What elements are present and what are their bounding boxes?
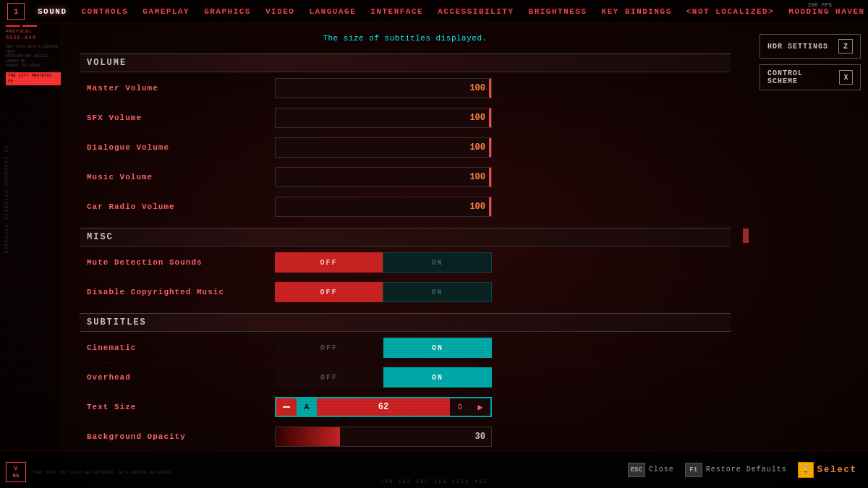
bg-opacity-label: Background Opacity [87,432,275,441]
subtitles-section: Subtitles Cinematic OFF ON Overhead OFF … [80,313,731,448]
bg-opacity-row: Background Opacity 30 [80,422,731,448]
nav-item-language[interactable]: LANGUAGE [302,7,363,16]
sfx-volume-control[interactable]: 100 [275,108,492,128]
nav-item-keybindings[interactable]: KEY BINDINGS [595,7,679,16]
nav-item-notlocalized[interactable]: <NOT LOCALIZED> [679,7,782,16]
restore-defaults-button[interactable]: F1 Restore Defaults [685,463,787,477]
text-size-increment-btn[interactable]: ▶ [470,398,490,416]
right-edge-decoration [743,228,749,243]
nav-item-accessibility[interactable]: ACCESSIBILITY [430,7,521,16]
text-size-a-button[interactable]: A [297,398,317,416]
master-volume-label: Master Volume [87,84,275,93]
volume-section: Volume Master Volume 100 SFX Volume 100 … [80,53,731,222]
bottom-tiny-text: THEY SAID YOU COULD BE ANYTHING, SO I BE… [33,470,177,475]
text-size-control[interactable]: A 62 D ▶ [275,397,492,417]
fps-display: 296 FPS [807,1,832,8]
control-scheme-key: X [839,70,853,85]
overhead-off-btn[interactable]: OFF [275,367,383,388]
subtitle-hint: The size of subtitles displayed. [80,34,731,43]
disable-music-control[interactable]: OFF ON [275,282,492,302]
overhead-on-btn[interactable]: ON [383,367,492,388]
left-vertical-text: 00000110 01000101 00000000 80 [4,145,9,254]
bottom-coords: JAN 103 CKC 151 CC10 A95 [380,479,488,484]
select-button[interactable]: 🔒 Select [798,462,857,478]
misc-section: Misc Mute Detection Sounds OFF ON Disabl… [80,228,731,307]
sfx-volume-row: SFX Volume 100 [80,103,731,133]
mute-detection-control[interactable]: OFF ON [275,252,492,273]
dialogue-volume-value: 100 [469,142,485,153]
car-radio-volume-row: Car Radio Volume 100 [80,192,731,222]
hdr-settings-key: Z [838,39,853,53]
master-volume-control[interactable]: 100 [275,78,492,98]
text-size-row: Text Size A 62 D ▶ [80,393,731,422]
nav-item-interface[interactable]: INTERFACE [363,7,430,16]
nav-item-graphics[interactable]: GRAPHICS [197,7,258,16]
disable-music-row: Disable Copyrighted Music OFF ON [80,278,731,307]
disable-music-on-btn[interactable]: ON [383,282,492,302]
protocol-badge: PROTOCOL 6520-A44 ONLY EYES WITH A CERTA… [6,25,61,85]
nav-item-sound[interactable]: SOUND [30,7,75,16]
lock-icon: 🔒 [798,462,814,478]
master-volume-value: 100 [469,83,485,93]
bg-opacity-value: 30 [475,432,485,442]
subtitles-header: Subtitles [80,313,731,332]
misc-header: Misc [80,228,731,247]
overhead-row: Overhead OFF ON [80,363,731,393]
top-nav: 1 SOUND CONTROLS GAMEPLAY GRAPHICS VIDEO… [0,0,868,23]
control-scheme-button[interactable]: CONTROL SCHEME X [760,64,861,90]
cinematic-on-btn[interactable]: ON [383,338,492,358]
car-radio-volume-control[interactable]: 100 [275,197,492,217]
mute-detection-row: Mute Detection Sounds OFF ON [80,248,731,278]
overhead-control[interactable]: OFF ON [275,367,492,388]
select-label: Select [817,465,857,475]
music-volume-control[interactable]: 100 [275,167,492,187]
nav-item-brightness[interactable]: BRIGHTNESS [522,7,595,16]
control-scheme-label: CONTROL SCHEME [767,69,835,85]
text-size-decrement-btn[interactable] [276,398,297,416]
right-panel: HDR SETTINGS Z CONTROL SCHEME X [752,23,868,448]
bg-opacity-control[interactable]: 30 [275,427,492,447]
close-label: Close [649,466,674,474]
nav-item-video[interactable]: VIDEO [258,7,302,16]
dialogue-volume-row: Dialogue Volume 100 [80,133,731,163]
dialogue-volume-control[interactable]: 100 [275,137,492,158]
music-volume-label: Music Volume [87,173,275,181]
dialogue-volume-label: Dialogue Volume [87,143,275,152]
music-volume-value: 100 [469,172,485,182]
cinematic-control[interactable]: OFF ON [275,338,492,358]
nav-item-controls[interactable]: CONTROLS [75,7,136,16]
car-radio-volume-value: 100 [469,202,485,212]
cinematic-off-btn[interactable]: OFF [275,338,383,358]
left-panel: PROTOCOL 6520-A44 ONLY EYES WITH A CERTA… [0,0,61,488]
svg-rect-0 [283,406,290,408]
close-key: ESC [628,463,645,477]
master-volume-row: Master Volume 100 [80,74,731,103]
version-badge: V 85 [6,462,26,482]
mute-detection-on-btn[interactable]: ON [383,252,492,273]
text-size-track: 62 [317,398,450,416]
text-size-label: Text Size [87,403,275,411]
main-content: The size of subtitles displayed. Volume … [65,23,745,448]
music-volume-row: Music Volume 100 [80,163,731,192]
car-radio-volume-label: Car Radio Volume [87,202,275,211]
text-size-value: 62 [378,402,388,412]
restore-key: F1 [685,463,702,477]
close-button[interactable]: ESC Close [628,463,674,477]
sfx-volume-value: 100 [469,113,485,123]
hdr-settings-button[interactable]: HDR SETTINGS Z [760,34,861,59]
restore-label: Restore Defaults [706,466,787,474]
nav-box-1: 1 [7,3,25,20]
sfx-volume-label: SFX Volume [87,114,275,122]
cinematic-row: Cinematic OFF ON [80,333,731,363]
overhead-label: Overhead [87,373,275,382]
volume-header: Volume [80,53,731,72]
hdr-settings-label: HDR SETTINGS [767,43,828,51]
disable-music-off-btn[interactable]: OFF [275,282,383,302]
disable-music-label: Disable Copyrighted Music [87,288,275,296]
mute-detection-off-btn[interactable]: OFF [275,252,383,273]
text-size-d-button[interactable]: D [450,398,470,416]
mute-detection-label: Mute Detection Sounds [87,258,275,267]
nav-item-moddinghaven[interactable]: MODDING HAVEN [781,7,868,16]
cinematic-label: Cinematic [87,343,275,352]
nav-item-gameplay[interactable]: GAMEPLAY [135,7,197,16]
